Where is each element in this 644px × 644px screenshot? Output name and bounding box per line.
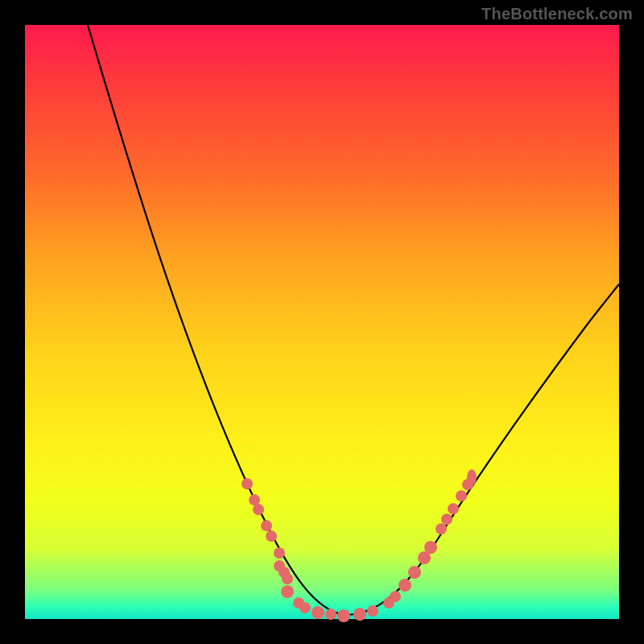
- marker-dot: [408, 566, 421, 579]
- marker-dot: [398, 579, 411, 592]
- marker-dot: [242, 478, 253, 489]
- marker-dot: [325, 609, 336, 620]
- stage: TheBottleneck.com: [0, 0, 644, 644]
- marker-dot: [312, 606, 324, 619]
- marker-dot: [249, 494, 260, 506]
- marker-dot: [424, 541, 437, 554]
- marker-dot: [281, 585, 294, 598]
- marker-dot: [390, 591, 401, 602]
- marker-dot: [448, 503, 459, 514]
- marker-dot: [261, 520, 272, 531]
- watermark-text: TheBottleneck.com: [481, 5, 633, 23]
- marker-dot: [441, 514, 452, 525]
- bottleneck-curve: [88, 25, 619, 615]
- marker-dot: [282, 573, 293, 584]
- marker-dot: [266, 530, 277, 542]
- marker-dot: [274, 547, 285, 559]
- marker-dot: [253, 504, 264, 515]
- marker-dot: [299, 602, 311, 613]
- marker-dot: [353, 608, 366, 621]
- plot-area: [25, 25, 619, 619]
- marker-dot: [337, 609, 350, 622]
- marker-dot: [367, 605, 378, 617]
- marker-dot: [456, 490, 467, 502]
- marker-cap-icon: [467, 469, 477, 485]
- marker-dot: [436, 523, 447, 535]
- chart-svg: [25, 25, 619, 619]
